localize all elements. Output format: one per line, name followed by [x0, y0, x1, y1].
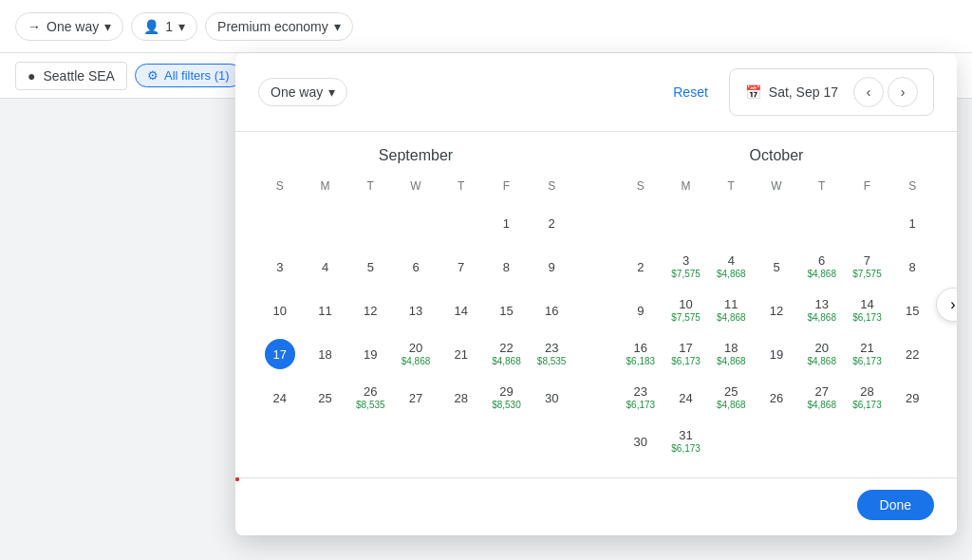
day-cell[interactable]: 12: [348, 289, 392, 331]
next-arrow-icon: ›: [950, 296, 955, 313]
day-cell[interactable]: 22: [890, 333, 934, 375]
day-cell[interactable]: 25$4,868: [709, 377, 753, 419]
day-cell[interactable]: 19: [755, 333, 798, 375]
chevron-passengers-icon: ▾: [178, 19, 185, 34]
day-cell[interactable]: 14$6,173: [846, 289, 889, 331]
day-cell[interactable]: 9: [530, 246, 573, 288]
day-cell[interactable]: 21$6,173: [846, 333, 889, 375]
next-date-button[interactable]: ›: [888, 77, 918, 107]
day-cell[interactable]: 18$4,868: [709, 333, 753, 375]
day-cell[interactable]: 27$4,868: [800, 377, 844, 419]
day-cell[interactable]: 13: [394, 289, 438, 331]
day-cell[interactable]: 16: [530, 289, 573, 331]
day-cell[interactable]: 2: [530, 202, 573, 244]
day-cell: [890, 420, 934, 462]
day-cell[interactable]: 25: [304, 377, 347, 419]
day-cell[interactable]: 20$4,868: [800, 333, 844, 375]
day-price: $4,868: [492, 356, 521, 366]
day-number: 23: [634, 385, 647, 398]
cabin-class-button[interactable]: Premium economy ▾: [205, 12, 353, 41]
day-cell[interactable]: 11$4,868: [709, 289, 753, 331]
day-cell[interactable]: 1: [485, 202, 529, 244]
day-cell[interactable]: 23$6,173: [619, 377, 663, 419]
prev-date-button[interactable]: ‹: [853, 77, 884, 107]
day-price: $8,530: [492, 400, 521, 410]
day-cell[interactable]: 8: [485, 246, 529, 288]
day-cell[interactable]: 28: [439, 377, 483, 419]
day-cell[interactable]: 7$7,575: [846, 246, 889, 288]
day-cell[interactable]: 24: [664, 377, 708, 419]
day-header: S: [619, 176, 663, 200]
day-cell[interactable]: 26: [755, 377, 798, 419]
day-cell[interactable]: 3: [258, 246, 302, 288]
day-cell[interactable]: 24: [258, 377, 302, 419]
day-cell[interactable]: 29$8,530: [485, 377, 529, 419]
day-cell[interactable]: 10$7,575: [664, 289, 708, 331]
day-number: 4: [728, 254, 735, 267]
day-cell[interactable]: 1: [890, 202, 934, 244]
day-cell[interactable]: 30: [619, 420, 663, 462]
search-field[interactable]: ● Seattle SEA: [15, 62, 127, 90]
day-cell[interactable]: 15: [890, 289, 934, 331]
passengers-button[interactable]: 👤 1 ▾: [131, 12, 197, 41]
day-cell[interactable]: 5: [755, 246, 798, 288]
day-number: 3: [276, 261, 283, 273]
day-cell: [439, 202, 483, 244]
day-cell[interactable]: 23$8,535: [530, 333, 573, 375]
day-number: 28: [860, 385, 873, 398]
day-cell[interactable]: 13$4,868: [800, 289, 844, 331]
day-cell[interactable]: 17: [258, 333, 302, 375]
day-cell[interactable]: 11: [304, 289, 347, 331]
day-cell[interactable]: 28$6,173: [846, 377, 889, 419]
day-cell[interactable]: 27: [394, 377, 438, 419]
day-cell[interactable]: 16$6,183: [619, 333, 663, 375]
day-number: 10: [679, 298, 692, 310]
day-number: 29: [906, 392, 919, 404]
calendar-icon: 📅: [745, 84, 761, 100]
day-cell[interactable]: 30: [530, 377, 573, 419]
day-cell[interactable]: 4$4,868: [709, 246, 753, 288]
date-nav: ‹ ›: [853, 77, 918, 107]
all-filters-chip[interactable]: ⚙ All filters (1): [135, 64, 242, 87]
day-cell[interactable]: 17$6,173: [664, 333, 708, 375]
day-cell[interactable]: 18: [304, 333, 347, 375]
day-cell[interactable]: 14: [439, 289, 483, 331]
day-number: 27: [409, 392, 422, 404]
day-number: 13: [814, 298, 828, 310]
day-cell[interactable]: 22$4,868: [485, 333, 529, 375]
day-cell[interactable]: 2: [619, 246, 663, 288]
day-number: 19: [364, 348, 377, 361]
day-number: 28: [454, 392, 467, 404]
day-cell[interactable]: 6$4,868: [800, 246, 844, 288]
day-cell[interactable]: 31$6,173: [664, 420, 708, 462]
day-cell[interactable]: 19: [348, 333, 392, 375]
day-price: $6,173: [671, 356, 701, 366]
day-number: 8: [909, 261, 916, 273]
day-cell[interactable]: 8: [890, 246, 934, 288]
day-cell[interactable]: 5: [348, 246, 392, 288]
day-number: 30: [545, 392, 558, 404]
day-cell[interactable]: 4: [304, 246, 347, 288]
day-cell[interactable]: 7: [439, 246, 483, 288]
day-cell[interactable]: 21: [439, 333, 483, 375]
day-cell[interactable]: 15: [485, 289, 529, 331]
day-cell[interactable]: 9: [619, 289, 663, 331]
reset-button[interactable]: Reset: [667, 79, 714, 105]
day-price: $4,868: [717, 269, 746, 279]
day-cell[interactable]: 12: [755, 289, 798, 331]
done-button[interactable]: Done: [857, 490, 934, 520]
day-cell: [846, 420, 889, 462]
day-cell[interactable]: 3$7,575: [664, 246, 708, 288]
date-display: 📅 Sat, Sep 17 ‹ ›: [729, 68, 934, 116]
day-cell[interactable]: 29: [890, 377, 934, 419]
day-cell[interactable]: 26$8,535: [348, 377, 392, 419]
day-price: $6,183: [626, 356, 656, 366]
calendars-container: September SMTWTFS12345678910111213141516…: [235, 132, 957, 477]
trip-type-button[interactable]: → One way ▾: [15, 12, 123, 41]
oneway-dropdown[interactable]: One way ▾: [258, 78, 347, 106]
day-cell: [258, 202, 302, 244]
day-cell[interactable]: 20$4,868: [394, 333, 438, 375]
day-cell[interactable]: 10: [258, 289, 302, 331]
day-number: 21: [454, 348, 467, 361]
day-cell[interactable]: 6: [394, 246, 438, 288]
